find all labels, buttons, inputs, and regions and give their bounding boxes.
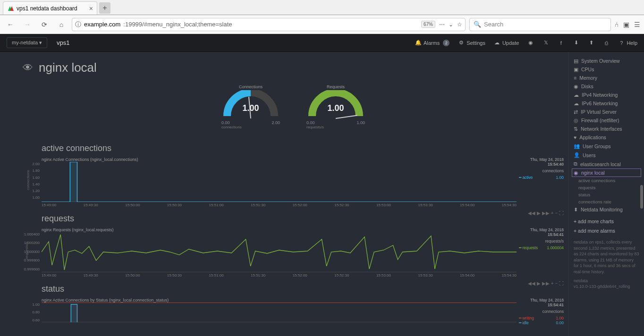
sidebar-item[interactable]: ▤System Overview <box>572 57 641 65</box>
update-button[interactable]: ☁Update <box>494 40 519 46</box>
url-domain: example.com <box>84 21 120 28</box>
new-tab-button[interactable]: + <box>99 2 110 14</box>
sidebar-item[interactable]: ▣CPUs <box>572 65 641 74</box>
more-icon[interactable]: ⋯ <box>439 21 445 28</box>
page-scrollbar[interactable] <box>640 185 643 209</box>
menu-icon: ⇅ <box>574 126 578 132</box>
subsection-status: status <box>42 284 564 294</box>
download-icon[interactable]: ⬇ <box>573 40 579 46</box>
menu-icon: ☁ <box>574 92 579 98</box>
sidebar-item[interactable]: ⧉elasticsearch local <box>572 160 641 168</box>
gauges-row: Connections 1.00 0.002.00 connections Re… <box>23 84 564 129</box>
info-icon[interactable]: ⓘ <box>75 20 81 29</box>
sidebar-sub[interactable]: requests <box>572 184 641 191</box>
menu-icon[interactable]: ☰ <box>634 21 640 28</box>
sidebar-item[interactable]: ⇄IP Virtual Server <box>572 108 641 116</box>
requests-gauge[interactable]: Requests 1.00 0.001.00 requests/s <box>303 84 369 129</box>
sidebar-item[interactable]: ☁IPv6 Networking <box>572 99 641 108</box>
x-axis: 15:49:0015:49:3015:50:0015:50:3015:51:00… <box>42 202 517 207</box>
sidebar-item[interactable]: 👥User Groups <box>572 142 641 151</box>
sidebar-sub[interactable]: status <box>572 191 641 198</box>
sidebar-icon[interactable]: ▣ <box>623 21 629 28</box>
page-title: nginx local <box>39 60 97 75</box>
upload-icon[interactable]: ⬆ <box>588 40 594 46</box>
help-icon: ? <box>618 40 625 46</box>
tab-title: vps1 netdata dashboard <box>17 5 77 12</box>
menu-icon: ≡ <box>574 75 576 81</box>
menu-icon: 👤 <box>574 152 580 158</box>
sidebar-item[interactable]: ◎Firewall (netfilter) <box>572 116 641 125</box>
netdata-page: my-netdata ▾ vps1 🔔Alarms2 ⚙Settings ☁Up… <box>0 34 644 336</box>
browser-toolbar: ← → ⟳ ⌂ ⓘ example.com:19999/#menu_nginx_… <box>0 15 644 34</box>
chart-legend: Thu, May 24, 2018 15:54:40 connections ━… <box>519 157 564 180</box>
chart-controls[interactable]: ◀◀ ▶ ▶▶ + − ⛶ <box>528 281 564 286</box>
x-axis: 15:49:0015:49:3015:50:0015:50:3015:51:00… <box>42 272 517 277</box>
forward-button[interactable]: → <box>21 18 34 31</box>
home-button[interactable]: ⌂ <box>55 18 68 31</box>
library-icon[interactable]: ⑃ <box>615 21 619 28</box>
back-button[interactable]: ← <box>4 18 17 31</box>
sidebar-item[interactable]: ♥Applications <box>572 133 641 142</box>
sidebar-item-nginx-local[interactable]: ◉nginx local <box>572 168 641 177</box>
gauge-value: 1.00 <box>307 103 364 113</box>
url-path: :19999/#menu_nginx_local;theme=slate <box>123 21 232 28</box>
netdata-favicon <box>7 5 14 12</box>
browser-tab[interactable]: vps1 netdata dashboard × <box>3 1 97 15</box>
chart-requests[interactable]: nginx Requests (nginx_local.requests) re… <box>23 227 564 279</box>
alarms-button[interactable]: 🔔Alarms2 <box>415 40 449 46</box>
netdata-topbar: my-netdata ▾ vps1 🔔Alarms2 ⚙Settings ☁Up… <box>0 34 644 52</box>
browser-tab-strip: vps1 netdata dashboard × + <box>0 0 644 15</box>
facebook-icon[interactable]: f <box>558 40 564 46</box>
connections-gauge[interactable]: Connections 1.00 0.002.00 connections <box>218 84 284 129</box>
chart-legend: Thu, May 24, 2018 15:54:41 connections ━… <box>519 298 564 325</box>
zoom-level[interactable]: 67% <box>421 21 435 28</box>
menu-icon: ▣ <box>574 67 578 72</box>
print-icon[interactable]: ⎙ <box>603 40 610 46</box>
mynetdata-dropdown[interactable]: my-netdata ▾ <box>7 37 47 48</box>
chart-status[interactable]: nginx Active Connections by Status (ngin… <box>23 298 564 326</box>
menu-icon: ♥ <box>574 134 576 140</box>
chart-active-connections[interactable]: nginx Active Connections (nginx_local.co… <box>23 157 564 209</box>
bell-icon: 🔔 <box>415 40 422 46</box>
sidebar-item-netdata-monitoring[interactable]: ⬍Netdata Monitoring <box>572 205 641 214</box>
settings-button[interactable]: ⚙Settings <box>458 40 485 46</box>
pocket-icon[interactable]: ⌄ <box>449 21 453 28</box>
gear-icon: ⚙ <box>458 40 465 46</box>
browser-search[interactable]: 🔍 Search <box>469 18 611 31</box>
menu-icon: ◎ <box>574 118 578 123</box>
search-placeholder: Search <box>484 21 503 28</box>
cloud-icon: ☁ <box>494 40 500 46</box>
menu-icon: ☁ <box>574 101 579 106</box>
menu-icon: ⧉ <box>574 161 577 167</box>
menu-icon: ◉ <box>574 84 578 89</box>
menu-sidebar: ▤System Overview▣CPUs≡Memory◉Disks☁IPv4 … <box>568 52 644 336</box>
sidebar-sub[interactable]: connections rate <box>572 198 641 205</box>
sidebar-item[interactable]: ◉Disks <box>572 82 641 91</box>
menu-icon: ⇄ <box>574 109 578 115</box>
stats-icon: ⬍ <box>574 207 578 212</box>
hostname: vps1 <box>57 39 69 46</box>
help-button[interactable]: ?Help <box>618 40 637 46</box>
address-bar[interactable]: ⓘ example.com:19999/#menu_nginx_local;th… <box>72 18 466 31</box>
sidebar-sub[interactable]: active connections <box>572 177 641 184</box>
sidebar-item[interactable]: ≡Memory <box>572 74 641 82</box>
search-icon: 🔍 <box>474 21 481 28</box>
close-tab-icon[interactable]: × <box>89 5 93 12</box>
add-alarms-button[interactable]: + add more alarms <box>572 226 641 235</box>
subsection-active-connections: active connections <box>42 143 564 153</box>
star-icon[interactable]: ☆ <box>457 21 462 28</box>
add-charts-button[interactable]: + add more charts <box>572 217 641 226</box>
sidebar-footer: netdata on vps1, collects every second 1… <box>572 235 641 294</box>
twitter-icon[interactable]: 𝕏 <box>542 40 549 46</box>
sidebar-item[interactable]: 👤Users <box>572 151 641 160</box>
gauge-value: 1.00 <box>222 103 279 113</box>
menu-icon: ▤ <box>574 58 578 64</box>
menu-icon: 👥 <box>574 143 580 149</box>
sidebar-item[interactable]: ☁IPv4 Networking <box>572 91 641 99</box>
reload-button[interactable]: ⟳ <box>38 18 51 31</box>
chart-controls[interactable]: ◀◀ ▶ ▶▶ + − ⛶ <box>528 210 564 216</box>
github-icon[interactable]: ◉ <box>527 40 534 46</box>
eye-icon: 👁 <box>23 62 33 74</box>
sidebar-item[interactable]: ⇅Network Interfaces <box>572 125 641 133</box>
chart-legend: Thu, May 24, 2018 15:54:41 requests/s ━ … <box>519 227 564 250</box>
